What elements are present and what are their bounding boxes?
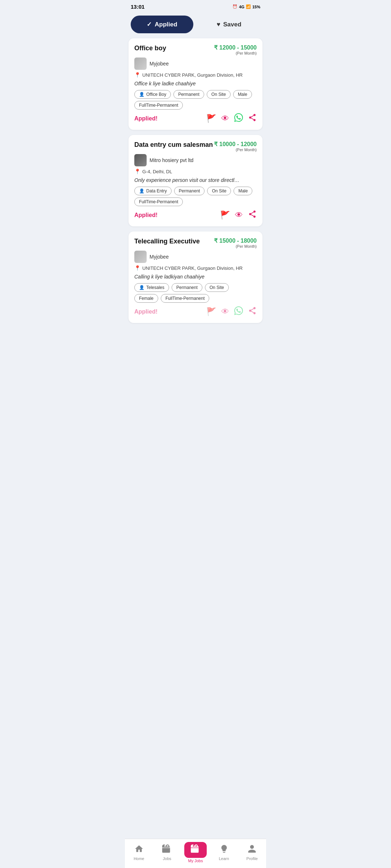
tags-row-3: 👤 Telesales Permanent On Site — [134, 283, 257, 292]
applied-status-1: Applied! — [134, 115, 157, 122]
job-salary-1: ₹ 12000 - 15000 — [214, 44, 257, 51]
job-header-2: Data entry cum salesman ₹ 10000 - 12000 … — [134, 141, 257, 152]
whatsapp-icon-3[interactable] — [234, 306, 243, 317]
signal-icon: 📶 — [246, 4, 251, 9]
job-salary-period-1: (Per Month) — [214, 51, 257, 55]
action-icons-2: 🚩 👁 — [220, 210, 257, 221]
company-name-2: Mitro hosiery pvt ltd — [150, 157, 193, 163]
company-name-3: Myjobee — [150, 254, 169, 260]
company-row-3: Myjobee — [134, 251, 257, 263]
applied-status-2: Applied! — [134, 212, 157, 218]
location-row-2: 📍 G-4, Delhi, DL — [134, 169, 257, 174]
flag-icon-2[interactable]: 🚩 — [220, 210, 230, 220]
share-icon-3[interactable] — [248, 306, 257, 317]
applied-status-3: Applied! — [134, 309, 157, 315]
job-description-2: Only experience person visit our store d… — [134, 177, 257, 183]
company-logo-2 — [134, 154, 147, 166]
status-bar: 13:01 ⏰ 4G 📶 15% — [125, 0, 266, 12]
tag-male-1: Male — [233, 90, 252, 99]
tags-row-2: 👤 Data Entry Permanent On Site Male — [134, 187, 257, 195]
network-label: 4G — [239, 5, 244, 9]
job-title-2: Data entry cum salesman — [134, 141, 214, 149]
eye-icon-1[interactable]: 👁 — [221, 114, 229, 123]
tag-permanent-1: Permanent — [173, 90, 204, 99]
saved-tab-icon: ♥ — [216, 21, 220, 28]
company-row-2: Mitro hosiery pvt ltd — [134, 154, 257, 166]
location-text-2: G-4, Delhi, DL — [142, 169, 172, 174]
saved-tab[interactable]: ♥ Saved — [198, 16, 260, 33]
tag-onsite-1: On Site — [207, 90, 231, 99]
alarm-icon: ⏰ — [232, 4, 237, 9]
tags-row-1b: FullTime-Permanent — [134, 101, 257, 110]
job-card-1: Office boy ₹ 12000 - 15000 (Per Month) M… — [129, 38, 262, 130]
location-icon-1: 📍 — [134, 72, 140, 78]
tags-row-1: 👤 Office Boy Permanent On Site Male — [134, 90, 257, 99]
tag-fulltime-2: FullTime-Permanent — [134, 197, 183, 206]
tag-officeBoy: 👤 Office Boy — [134, 90, 171, 99]
tag-dataEntry: 👤 Data Entry — [134, 187, 172, 195]
action-icons-3: 🚩 👁 — [206, 306, 257, 317]
jobs-list: Office boy ₹ 12000 - 15000 (Per Month) M… — [125, 38, 266, 352]
tag-fulltime-1: FullTime-Permanent — [134, 101, 183, 110]
tag-female-3: Female — [134, 294, 158, 303]
company-row-1: Myjobee — [134, 58, 257, 70]
job-title-1: Office boy — [134, 44, 214, 52]
share-icon-1[interactable] — [248, 113, 257, 124]
job-salary-2: ₹ 10000 - 12000 — [214, 141, 257, 147]
job-salary-3: ₹ 15000 - 18000 — [214, 238, 257, 244]
company-name-1: Myjobee — [150, 61, 169, 67]
status-icons: ⏰ 4G 📶 15% — [232, 4, 260, 9]
tag-permanent-2: Permanent — [174, 187, 205, 195]
battery-label: 15% — [252, 5, 260, 9]
job-description-1: Office k liye ladke chaahiye — [134, 81, 257, 86]
job-card-3: Telecalling Executive ₹ 15000 - 18000 (P… — [129, 231, 262, 323]
company-logo-3 — [134, 251, 147, 263]
tag-fulltime-3: FullTime-Permanent — [161, 294, 209, 303]
job-footer-3: Applied! 🚩 👁 — [134, 306, 257, 317]
job-salary-period-3: (Per Month) — [214, 244, 257, 248]
action-icons-1: 🚩 👁 — [206, 113, 257, 124]
job-title-3: Telecalling Executive — [134, 237, 214, 246]
job-salary-block-2: ₹ 10000 - 12000 (Per Month) — [214, 141, 257, 152]
job-salary-block-1: ₹ 12000 - 15000 (Per Month) — [214, 44, 257, 55]
applied-tab[interactable]: ✓ Applied — [131, 16, 193, 33]
job-card-2: Data entry cum salesman ₹ 10000 - 12000 … — [129, 135, 262, 226]
tag-telesales: 👤 Telesales — [134, 283, 169, 292]
tags-row-3b: Female FullTime-Permanent — [134, 294, 257, 303]
location-row-3: 📍 UNITECH CYBER PARK, Gurgaon Division, … — [134, 265, 257, 271]
job-header-1: Office boy ₹ 12000 - 15000 (Per Month) — [134, 44, 257, 55]
location-text-1: UNITECH CYBER PARK, Gurgaon Division, HR — [142, 72, 243, 78]
tag-permanent-3: Permanent — [172, 283, 202, 292]
location-text-3: UNITECH CYBER PARK, Gurgaon Division, HR — [142, 265, 243, 271]
top-tabs: ✓ Applied ♥ Saved — [125, 12, 266, 38]
status-time: 13:01 — [131, 4, 144, 10]
share-icon-2[interactable] — [248, 210, 257, 221]
tag-onsite-2: On Site — [207, 187, 231, 195]
tag-person-icon-2: 👤 — [139, 188, 144, 193]
job-footer-2: Applied! 🚩 👁 — [134, 210, 257, 221]
applied-tab-label: Applied — [155, 21, 177, 28]
job-salary-period-2: (Per Month) — [214, 148, 257, 152]
tag-person-icon-3: 👤 — [139, 285, 144, 290]
tag-onsite-3: On Site — [205, 283, 229, 292]
saved-tab-label: Saved — [223, 21, 241, 28]
company-logo-1 — [134, 58, 147, 70]
job-footer-1: Applied! 🚩 👁 — [134, 113, 257, 124]
flag-icon-1[interactable]: 🚩 — [206, 114, 216, 123]
job-salary-block-3: ₹ 15000 - 18000 (Per Month) — [214, 237, 257, 248]
location-icon-2: 📍 — [134, 169, 140, 174]
eye-icon-2[interactable]: 👁 — [235, 210, 243, 220]
job-header-3: Telecalling Executive ₹ 15000 - 18000 (P… — [134, 237, 257, 248]
applied-tab-icon: ✓ — [147, 21, 152, 28]
location-row-1: 📍 UNITECH CYBER PARK, Gurgaon Division, … — [134, 72, 257, 78]
tag-person-icon: 👤 — [139, 92, 144, 97]
whatsapp-icon-1[interactable] — [234, 113, 243, 124]
eye-icon-3[interactable]: 👁 — [221, 307, 229, 316]
location-icon-3: 📍 — [134, 265, 140, 271]
flag-icon-3[interactable]: 🚩 — [206, 307, 216, 316]
tags-row-2b: FullTime-Permanent — [134, 197, 257, 206]
job-description-3: Calling k liye ladkiyan chaahiye — [134, 274, 257, 280]
tag-male-2: Male — [234, 187, 252, 195]
